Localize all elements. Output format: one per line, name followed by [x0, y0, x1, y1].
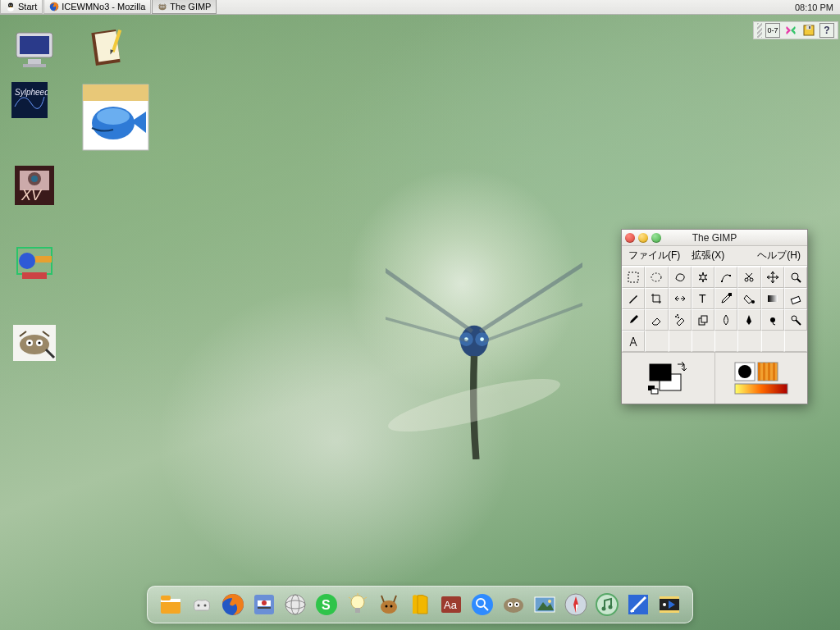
gimp-window[interactable]: The GIMP ファイル(F) 拡張(X) ヘルプ(H) T — [621, 229, 808, 404]
svg-point-5 — [386, 368, 564, 442]
fg-bg-swatch[interactable] — [622, 353, 715, 404]
dock-mail[interactable] — [251, 591, 277, 618]
tool-paintbrush[interactable] — [622, 309, 645, 331]
tool-move[interactable] — [761, 267, 784, 288]
svg-point-106 — [509, 604, 511, 605]
dock-games[interactable] — [189, 591, 215, 618]
dock-imovie[interactable] — [656, 591, 682, 618]
tool-blur[interactable] — [714, 309, 737, 331]
tray-pager[interactable]: 0-7 — [765, 23, 780, 38]
svg-point-11 — [159, 4, 167, 10]
dock-fonts[interactable]: Aa — [438, 591, 464, 618]
svg-point-55 — [750, 278, 753, 281]
tool-erase2[interactable] — [645, 309, 668, 331]
tool-blank — [692, 331, 714, 352]
dock-photos[interactable] — [532, 591, 558, 618]
task-mozilla[interactable]: ICEWMNo3 - Mozilla — [43, 0, 151, 14]
desktop-icon-gimp[interactable] — [11, 320, 57, 366]
svg-point-38 — [31, 176, 38, 182]
tray-help-icon[interactable]: ? — [819, 23, 834, 38]
tool-bucket[interactable] — [737, 288, 760, 309]
tool-text[interactable]: T — [692, 288, 714, 309]
gimp-titlebar[interactable]: The GIMP — [622, 230, 807, 246]
tool-ellipse-select[interactable] — [645, 267, 668, 288]
task-gimp[interactable]: The GIMP — [152, 0, 217, 14]
svg-rect-72 — [651, 389, 658, 394]
svg-point-0 — [460, 326, 488, 357]
menu-ext[interactable]: 拡張(X) — [692, 249, 724, 262]
svg-point-117 — [609, 605, 613, 609]
firefox-icon — [49, 2, 59, 11]
close-button[interactable] — [625, 233, 635, 243]
tool-flip[interactable] — [669, 288, 692, 309]
tool-pencil[interactable] — [622, 288, 645, 309]
tool-airbrush[interactable] — [669, 309, 692, 331]
tool-ink[interactable] — [737, 309, 760, 331]
brush-pattern-gradient[interactable] — [715, 353, 808, 404]
svg-point-107 — [516, 604, 518, 605]
dock-skype[interactable]: S — [313, 591, 340, 618]
tool-eraser[interactable] — [784, 288, 807, 309]
tray-disk-icon[interactable] — [801, 23, 816, 38]
start-button[interactable]: Start — [0, 0, 43, 14]
dock-office[interactable] — [407, 591, 433, 618]
tool-color-picker[interactable] — [714, 288, 737, 309]
svg-point-4 — [480, 337, 484, 341]
tray-handle[interactable] — [757, 23, 762, 38]
svg-point-82 — [198, 605, 200, 607]
desktop-icon-monitor[interactable] — [11, 26, 57, 72]
dock-editor[interactable] — [625, 591, 651, 618]
dock-globe[interactable] — [282, 591, 308, 618]
svg-point-54 — [745, 278, 748, 281]
svg-point-59 — [751, 300, 755, 304]
tool-zoom[interactable] — [784, 267, 807, 288]
dock-safari[interactable] — [563, 591, 589, 618]
menu-help[interactable]: ヘルプ(H) — [757, 249, 801, 262]
svg-rect-22 — [23, 64, 46, 67]
svg-point-123 — [663, 603, 666, 606]
svg-rect-43 — [22, 272, 47, 279]
tool-free-select[interactable] — [669, 267, 692, 288]
dock-gimp[interactable] — [500, 591, 527, 618]
dock-tips[interactable] — [345, 591, 371, 618]
tool-dodge[interactable] — [784, 309, 807, 331]
svg-rect-58 — [728, 293, 732, 296]
tool-rect-select[interactable] — [622, 267, 645, 288]
svg-point-15 — [163, 7, 164, 7]
tool-bezier[interactable] — [714, 267, 737, 288]
tool-crop[interactable] — [645, 288, 668, 309]
tool-fuzzy-select[interactable] — [692, 267, 714, 288]
svg-point-51 — [651, 273, 661, 281]
tool-clone[interactable] — [692, 309, 714, 331]
svg-text:S: S — [322, 598, 331, 612]
desktop-icon-wine[interactable] — [11, 241, 57, 287]
svg-point-3 — [464, 337, 468, 341]
svg-point-83 — [204, 605, 207, 607]
dock-search[interactable] — [469, 591, 495, 618]
tool-measure[interactable] — [622, 331, 645, 352]
tool-blend[interactable] — [761, 288, 784, 309]
svg-rect-61 — [791, 296, 800, 304]
desktop-icon-notes[interactable] — [84, 25, 130, 71]
desktop-icon-bluefish[interactable] — [82, 84, 149, 151]
desktop-icon-xv[interactable]: XV — [11, 162, 57, 208]
dock-amule[interactable] — [376, 591, 402, 618]
svg-text:Aa: Aa — [444, 599, 458, 611]
zoom-button[interactable] — [651, 233, 661, 243]
svg-rect-121 — [660, 610, 679, 613]
dock-itunes[interactable] — [594, 591, 620, 618]
dock-firefox[interactable] — [220, 591, 246, 618]
task-label: ICEWMNo3 - Mozilla — [62, 2, 145, 11]
tool-iscissors[interactable] — [737, 267, 760, 288]
tray-butterfly-icon[interactable] — [783, 23, 798, 38]
gimp-toolbox: T — [622, 266, 807, 352]
menu-file[interactable]: ファイル(F) — [628, 249, 680, 262]
desktop-icon-sylpheed[interactable]: Sylpheed — [11, 82, 48, 118]
svg-rect-20 — [20, 36, 49, 54]
svg-point-56 — [792, 273, 798, 280]
svg-rect-95 — [355, 608, 360, 613]
minimize-button[interactable] — [638, 233, 648, 243]
dock-files[interactable] — [158, 591, 184, 618]
tool-smudge[interactable] — [761, 309, 784, 331]
svg-rect-53 — [729, 275, 731, 276]
